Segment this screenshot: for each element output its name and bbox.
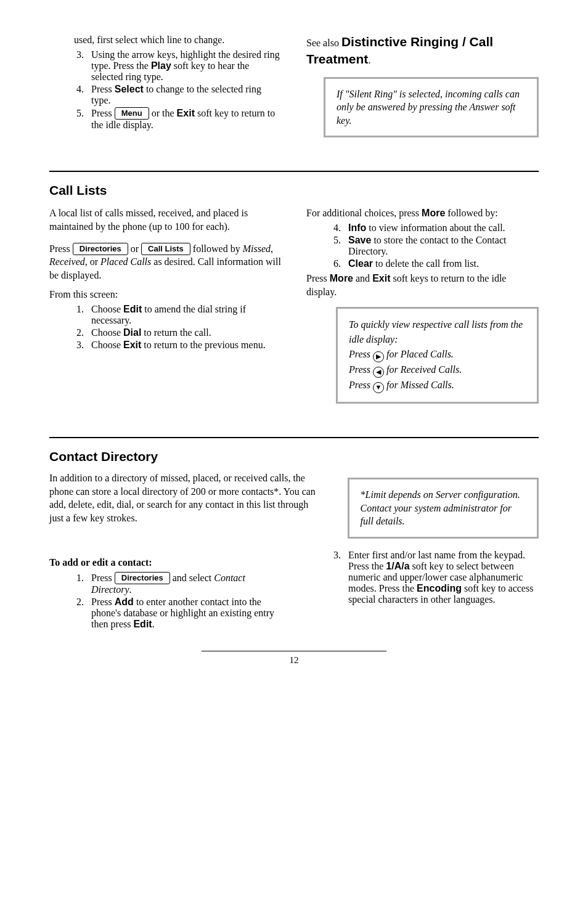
contact-steps-row: To add or edit a contact: Press Director… [49, 547, 539, 632]
calllists-right-col: For additional choices, press More follo… [306, 204, 539, 412]
text: . [152, 619, 155, 629]
text: Press [91, 573, 115, 583]
text: Choose [91, 340, 123, 350]
list-item: Choose Exit to return to the previous me… [86, 340, 282, 351]
text: Press [349, 349, 373, 359]
text: or the [149, 108, 177, 118]
list-item: Clear to delete the call from list. [343, 258, 539, 269]
contact-intro-text: In addition to a directory of missed, pl… [49, 471, 317, 524]
from-screen-text: From this screen: [49, 288, 282, 301]
contact-right-list: Enter first and/or last name from the ke… [306, 550, 539, 605]
footer-divider [202, 651, 386, 651]
contact-right-col: Enter first and/or last name from the ke… [306, 547, 539, 632]
softkey-dial: Dial [123, 327, 141, 338]
text: . [368, 55, 370, 65]
contact-intro-row: In addition to a directory of missed, pl… [49, 469, 539, 547]
text: followed by [190, 243, 243, 254]
text: to return the call. [141, 327, 211, 338]
list-item: Press Add to enter another contact into … [86, 597, 282, 630]
subhead-add-edit: To add or edit a contact: [49, 556, 282, 569]
left-arrow-icon: ◀ [373, 367, 384, 378]
list-item: Choose Dial to return the call. [86, 327, 282, 338]
calllists-section: A local list of calls missed, received, … [49, 204, 539, 412]
para: For additional choices, press More follo… [306, 206, 539, 220]
softkey-more: More [422, 208, 445, 218]
text: followed by: [445, 208, 497, 218]
text: Press [306, 273, 330, 283]
heading-contact-directory: Contact Directory [49, 449, 539, 464]
italic-text: Placed Calls [100, 256, 151, 267]
italic-text: Missed [243, 243, 271, 254]
text: to view information about the call. [366, 222, 505, 233]
softkey-add: Add [115, 597, 134, 607]
text: , [271, 243, 273, 254]
softkey-encoding: Encoding [417, 583, 462, 593]
italic-text: Received [49, 256, 85, 267]
top-right-col: See also Distinctive Ringing / Call Trea… [306, 31, 539, 146]
calllists-button-icon: Call Lists [141, 243, 190, 255]
softkey-edit: Edit [133, 619, 152, 629]
continuation-text: used, first select which line to change. [74, 33, 282, 47]
softkey-exit: Exit [372, 273, 390, 283]
text: Choose [91, 327, 123, 338]
text: . [129, 584, 132, 595]
text: for Placed Calls. [384, 349, 454, 359]
right-arrow-icon: ▶ [373, 351, 384, 362]
para: Press More and Exit soft keys to return … [306, 272, 539, 298]
callout-line: Press ▶ for Placed Calls. [349, 347, 526, 362]
calllists-left-col: A local list of calls missed, received, … [49, 204, 282, 412]
text: and select [170, 573, 214, 583]
text: Press [91, 597, 115, 607]
calllists-right-list: Info to view information about the call.… [306, 222, 539, 269]
callout-line: Press ▼ for Missed Calls. [349, 378, 526, 393]
text: Press [91, 84, 115, 94]
callout-silent-ring: If "Silent Ring" is selected, incoming c… [324, 77, 539, 138]
contact-callout-col: *Limit depends on Server configuration. … [341, 469, 539, 547]
contact-left-col: To add or edit a contact: Press Director… [49, 547, 282, 632]
see-also: See also Distinctive Ringing / Call Trea… [306, 33, 539, 68]
text: and [353, 273, 372, 283]
directories-button-icon: Directories [115, 572, 170, 584]
text: Press [91, 108, 115, 118]
callout-quick-view: To quickly view respective call lists fr… [336, 307, 539, 404]
list-item: Info to view information about the call. [343, 222, 539, 234]
text: to delete the call from list. [373, 258, 479, 269]
top-list: Using the arrow keys, highlight the desi… [49, 49, 282, 131]
callout-line: Press ◀ for Received Calls. [349, 362, 526, 378]
heading-call-lists: Call Lists [49, 183, 539, 198]
softkey-exit: Exit [123, 340, 141, 350]
press-instructions: Press Directories or Call Lists followed… [49, 242, 282, 282]
directories-button-icon: Directories [73, 243, 128, 255]
text: for Missed Calls. [384, 380, 454, 390]
callout-limit: *Limit depends on Server configuration. … [348, 478, 539, 539]
list-item: Save to store the contact to the Contact… [343, 235, 539, 257]
section-divider [49, 171, 539, 172]
text: Press [49, 243, 73, 254]
text: Press [349, 364, 373, 375]
softkey-clear: Clear [348, 258, 373, 269]
section-divider [49, 437, 539, 438]
contact-intro-col: In addition to a directory of missed, pl… [49, 469, 317, 547]
softkey-more: More [330, 273, 353, 283]
list-item: Press Directories and select Contact Dir… [86, 572, 282, 595]
text: , or [85, 256, 100, 267]
text: For additional choices, press [306, 208, 422, 218]
softkey-edit: Edit [123, 304, 142, 314]
text: Choose [91, 304, 123, 314]
softkey-play: Play [151, 60, 171, 71]
intro-text: A local list of calls missed, received, … [49, 206, 282, 233]
page-container: used, first select which line to change.… [0, 0, 588, 690]
softkey-select: Select [115, 84, 144, 94]
text: or [128, 243, 141, 254]
menu-button-icon: Menu [115, 107, 149, 120]
text: to store the contact to the Contact Dire… [348, 235, 506, 256]
list-item: Choose Edit to amend the dial string if … [86, 304, 282, 326]
softkey-save: Save [348, 235, 371, 245]
list-item: Press Select to change to the selected r… [86, 84, 282, 106]
contact-left-list: Press Directories and select Contact Dir… [49, 572, 282, 630]
softkey-info: Info [348, 222, 366, 233]
text: to return to the previous menu. [141, 340, 265, 350]
list-item: Using the arrow keys, highlight the desi… [86, 49, 282, 83]
down-arrow-icon: ▼ [373, 382, 384, 393]
list-item: Press Menu or the Exit soft key to retur… [86, 107, 282, 131]
